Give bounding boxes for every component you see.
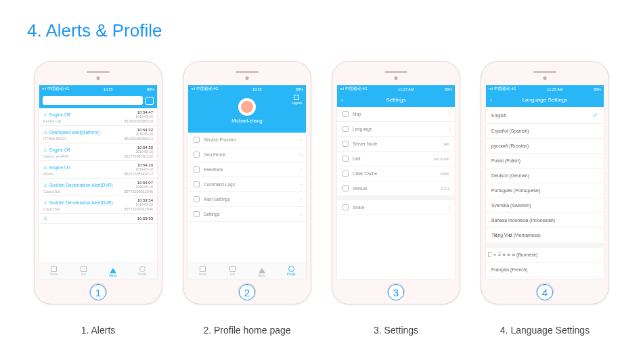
phone-number-badge: 2 xyxy=(239,284,255,300)
warning-icon xyxy=(43,216,47,221)
language-row[interactable]: Svenska (Swedish) xyxy=(486,198,604,213)
settings-icon xyxy=(342,185,349,191)
phone-number-badge: 4 xyxy=(537,284,553,300)
back-icon[interactable]: ‹ xyxy=(490,97,492,104)
alert-id: 35180108005214 xyxy=(124,119,153,123)
menu-label: Feedback xyxy=(204,167,223,172)
language-row[interactable]: Português (Portuguese) xyxy=(486,183,604,198)
menu-row[interactable]: Settings xyxy=(188,207,306,222)
alert-name: Sudden Deceleration Alert(DVR) xyxy=(49,200,113,205)
settings-row[interactable]: Clear Cache166K xyxy=(337,166,455,181)
logout-button[interactable]: Logout xyxy=(292,95,302,105)
alert-row[interactable]: Sudden Deceleration Alert(DVR)10:53:5420… xyxy=(39,196,157,214)
phone-settings: •ııl 中国移动 4G 11:27 AM88% ‹ Settings MapL… xyxy=(332,61,460,304)
alert-row[interactable]: Engine Off10:54:302019-05-10Camry vs-444… xyxy=(39,143,157,161)
alert-row[interactable]: Sudden Deceleration Alert(DVR)10:54:0720… xyxy=(39,179,157,196)
search-input[interactable] xyxy=(43,96,143,105)
alert-row[interactable]: Engine Off10:54:472019-05-10Family Car35… xyxy=(39,108,157,126)
warning-icon xyxy=(43,200,47,205)
header-title: Language Settings xyxy=(486,93,604,107)
calendar-icon[interactable] xyxy=(146,97,154,105)
menu-icon xyxy=(194,181,200,187)
tab-alerts[interactable]: Alerts xyxy=(98,263,128,279)
language-row[interactable]: မြန်မာဘာသာ (Burmese) xyxy=(486,248,604,263)
avatar[interactable] xyxy=(238,98,256,116)
language-row[interactable]: Bahasa Indonesia (Indonesian) xyxy=(486,213,604,228)
warning-icon xyxy=(43,165,47,170)
settings-icon xyxy=(342,156,349,162)
settings-value: 3.2.3 xyxy=(441,187,449,191)
language-row[interactable]: Deutsch (German) xyxy=(486,168,604,183)
menu-row[interactable]: Feedback xyxy=(188,162,306,177)
alert-name: Overspeed alert(platform) xyxy=(49,130,99,135)
menu-row[interactable]: Geo Fence xyxy=(188,147,306,162)
settings-label: Unit xyxy=(353,156,361,161)
language-label: English xyxy=(491,113,506,118)
phone-alerts: •ııl 中国移动 4G 10:55 88% Engine Off10:54:4… xyxy=(34,61,162,304)
tab-list[interactable]: List xyxy=(69,263,99,279)
alert-row[interactable]: 10:53:33 xyxy=(39,214,157,224)
tab-home[interactable]: Home xyxy=(39,263,69,279)
menu-icon xyxy=(194,196,200,202)
caption: 4. Language Settings xyxy=(500,325,590,336)
caption: 3. Settings xyxy=(374,325,418,336)
settings-row[interactable]: Language xyxy=(337,122,455,137)
tab-profile[interactable]: Profile xyxy=(128,263,158,279)
phone-number-badge: 3 xyxy=(388,284,404,300)
tab-profile[interactable]: Profile xyxy=(277,263,307,279)
status-bar: •ııl 中国移动 4G 10:5588% xyxy=(188,85,306,93)
alert-id: 35157108349712 xyxy=(124,172,153,176)
alert-date: 2019-05-10 xyxy=(135,167,153,171)
tab-list[interactable]: List xyxy=(218,263,248,279)
language-row[interactable]: English✓ xyxy=(486,107,604,124)
menu-row[interactable]: Alert Settings xyxy=(188,192,306,207)
alert-date: 2019-05-10 xyxy=(135,185,153,189)
menu-icon xyxy=(194,152,200,158)
language-label: Polski (Polish) xyxy=(491,158,520,163)
menu-icon xyxy=(194,137,200,143)
language-row[interactable]: Français (French) xyxy=(486,263,604,277)
language-row[interactable]: Español (Spanish) xyxy=(486,124,604,139)
alert-name: Sudden Deceleration Alert(DVR) xyxy=(49,183,113,187)
alert-name: Engine Off xyxy=(49,112,70,117)
header-title: Settings xyxy=(337,93,455,107)
alert-name: Engine On xyxy=(49,165,70,170)
warning-icon xyxy=(43,130,47,135)
language-row[interactable]: Polski (Polish) xyxy=(486,154,604,168)
alert-id: 35773108012546 xyxy=(124,207,153,211)
menu-row[interactable]: Service Provider xyxy=(188,133,306,147)
menu-row[interactable]: Command Logs xyxy=(188,177,306,192)
alert-id: 35105108005214 xyxy=(124,137,153,141)
settings-row[interactable]: Unitkm,km/h xyxy=(337,152,455,166)
warning-icon xyxy=(43,183,47,187)
tab-home[interactable]: Home xyxy=(188,263,218,279)
back-icon[interactable]: ‹ xyxy=(341,97,343,104)
language-label: Español (Spanish) xyxy=(491,129,529,133)
settings-label: Language xyxy=(353,127,372,131)
language-row[interactable]: Tiếng Việt (Vietnamese) xyxy=(486,228,604,244)
settings-row[interactable]: Server NodeHK xyxy=(337,137,455,152)
settings-row[interactable]: Share xyxy=(337,200,455,215)
caption: 1. Alerts xyxy=(81,325,116,336)
status-bar: •ııl 中国移动 4G 10:55 88% xyxy=(39,85,157,93)
settings-value: km,km/h xyxy=(434,157,449,161)
alert-id: 35177108701252 xyxy=(124,154,153,158)
settings-label: Server Node xyxy=(353,141,378,146)
alert-date: 2019-05-10 xyxy=(135,202,153,206)
caption: 2. Profile home page xyxy=(203,325,290,336)
alert-row[interactable]: Overspeed alert(platform)10:54:322019-05… xyxy=(39,126,157,143)
alert-row[interactable]: Engine On10:54:292019-05-10SFord35157108… xyxy=(39,161,157,179)
language-label: Svenska (Swedish) xyxy=(491,203,531,208)
alert-id: 35773108012546 xyxy=(124,189,153,194)
alert-device: Camry vs-4444 xyxy=(43,154,68,158)
settings-row[interactable]: Map xyxy=(337,107,455,122)
phone-language: •ııl 中国移动 4G 11:25 AM88% ‹ Language Sett… xyxy=(481,61,609,304)
settings-row[interactable]: Version3.2.3 xyxy=(337,181,455,196)
tab-alerts[interactable]: Alerts xyxy=(247,263,277,279)
settings-value: 166K xyxy=(440,172,449,176)
language-row[interactable]: русский (Russian) xyxy=(486,139,604,154)
settings-icon xyxy=(342,204,349,210)
alert-name: Engine Off xyxy=(49,147,70,152)
language-list: English✓Español (Spanish)русский (Russia… xyxy=(486,107,604,277)
language-label: Bahasa Indonesia (Indonesian) xyxy=(491,218,555,223)
